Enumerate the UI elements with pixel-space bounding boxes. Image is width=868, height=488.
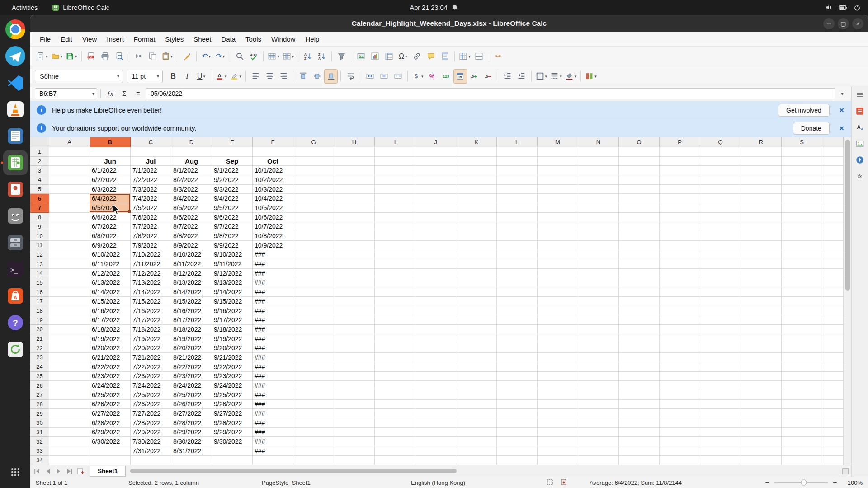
- row-header-25[interactable]: 25: [30, 372, 49, 381]
- column-header-S[interactable]: S: [782, 137, 822, 147]
- cell-B24[interactable]: 6/22/2022: [90, 362, 131, 372]
- cell-R2[interactable]: [741, 157, 782, 166]
- cell-M29[interactable]: [538, 409, 578, 418]
- cell-E16[interactable]: 9/14/2022: [212, 287, 253, 297]
- cell-H24[interactable]: [334, 362, 375, 372]
- cell-E14[interactable]: 9/12/2022: [212, 269, 253, 278]
- cell-O23[interactable]: [619, 353, 660, 362]
- cell-R24[interactable]: [741, 362, 782, 372]
- cell-N32[interactable]: [578, 437, 619, 446]
- cell-N24[interactable]: [578, 362, 619, 372]
- cell-Q14[interactable]: [700, 269, 741, 278]
- cell-O5[interactable]: [619, 185, 660, 194]
- cell-E18[interactable]: 9/16/2022: [212, 306, 253, 316]
- cell-M18[interactable]: [538, 306, 578, 316]
- cell-O15[interactable]: [619, 278, 660, 288]
- cell-F13[interactable]: ###: [253, 259, 293, 269]
- cell-E5[interactable]: 9/3/2022: [212, 185, 253, 194]
- cell-S25[interactable]: [782, 372, 822, 381]
- cell-F12[interactable]: ###: [253, 250, 293, 260]
- background-color-button[interactable]: ▾: [564, 69, 578, 84]
- menu-insert[interactable]: Insert: [102, 33, 129, 45]
- cell-M14[interactable]: [538, 269, 578, 278]
- cell-J25[interactable]: [415, 372, 456, 381]
- new-dropdown-icon[interactable]: ▾: [46, 54, 48, 59]
- insert-image-button[interactable]: [354, 49, 368, 64]
- column-header-H[interactable]: H: [334, 137, 375, 147]
- cell-M23[interactable]: [538, 353, 578, 362]
- cell-M34[interactable]: [538, 456, 578, 465]
- border-style-button[interactable]: ▾: [549, 69, 563, 84]
- cell-G5[interactable]: [293, 185, 334, 194]
- cell-G18[interactable]: [293, 306, 334, 316]
- cell-F28[interactable]: ###: [253, 400, 293, 409]
- cell-G28[interactable]: [293, 400, 334, 409]
- cell-O30[interactable]: [619, 418, 660, 428]
- cell-K21[interactable]: [456, 334, 497, 344]
- cell-E25[interactable]: 9/23/2022: [212, 372, 253, 381]
- cell-R32[interactable]: [741, 437, 782, 446]
- bold-button[interactable]: B: [166, 69, 180, 84]
- cell-B8[interactable]: 6/6/2022: [90, 213, 131, 222]
- cell-J26[interactable]: [415, 381, 456, 390]
- cell-D21[interactable]: 8/19/2022: [171, 334, 212, 344]
- cell-O13[interactable]: [619, 259, 660, 269]
- format-currency-button[interactable]: $▾: [410, 69, 425, 84]
- cell-E31[interactable]: 9/29/2022: [212, 428, 253, 437]
- cell-A29[interactable]: [49, 409, 90, 418]
- cell-C22[interactable]: 7/20/2022: [131, 343, 171, 353]
- cell-F24[interactable]: ###: [253, 362, 293, 372]
- cell-J5[interactable]: [415, 185, 456, 194]
- app-grid-icon[interactable]: [3, 460, 28, 484]
- column-header-G[interactable]: G: [293, 137, 334, 147]
- decrease-indent-button[interactable]: [515, 69, 528, 84]
- clone-formatting-button[interactable]: [180, 49, 193, 64]
- cell-C2[interactable]: Jul: [131, 157, 171, 166]
- cell-B22[interactable]: 6/20/2022: [90, 343, 131, 353]
- cell-G4[interactable]: [293, 175, 334, 185]
- cell-Q26[interactable]: [700, 381, 741, 390]
- zoom-out-button[interactable]: −: [763, 479, 771, 487]
- cell-G13[interactable]: [293, 259, 334, 269]
- cell-S31[interactable]: [782, 428, 822, 437]
- cell-F7[interactable]: 10/5/2022: [253, 203, 293, 213]
- cell-B27[interactable]: 6/25/2022: [90, 390, 131, 400]
- cell-M20[interactable]: [538, 325, 578, 334]
- cell-K34[interactable]: [456, 456, 497, 465]
- font-name-dropdown-icon[interactable]: ▾: [117, 74, 119, 79]
- delete-decimal-button[interactable]: .0: [481, 69, 495, 84]
- cell-H13[interactable]: [334, 259, 375, 269]
- cell-B30[interactable]: 6/28/2022: [90, 418, 131, 428]
- cell-A6[interactable]: [49, 194, 90, 203]
- cell-O22[interactable]: [619, 343, 660, 353]
- cell-O9[interactable]: [619, 222, 660, 232]
- cell-R25[interactable]: [741, 372, 782, 381]
- cell-A7[interactable]: [49, 203, 90, 213]
- cell-J2[interactable]: [415, 157, 456, 166]
- center-vertically-button[interactable]: [310, 69, 324, 84]
- cell-K25[interactable]: [456, 372, 497, 381]
- cell-C16[interactable]: 7/14/2022: [131, 287, 171, 297]
- cell-D32[interactable]: 8/30/2022: [171, 437, 212, 446]
- column-header-O[interactable]: O: [619, 137, 660, 147]
- cell-H18[interactable]: [334, 306, 375, 316]
- row-header-8[interactable]: 8: [30, 213, 49, 222]
- cell-P10[interactable]: [660, 231, 700, 241]
- cell-Q23[interactable]: [700, 353, 741, 362]
- cell-R31[interactable]: [741, 428, 782, 437]
- cell-P16[interactable]: [660, 287, 700, 297]
- cell-B20[interactable]: 6/18/2022: [90, 325, 131, 334]
- cell-N22[interactable]: [578, 343, 619, 353]
- row-header-21[interactable]: 21: [30, 334, 49, 344]
- cell-S23[interactable]: [782, 353, 822, 362]
- cell-Q3[interactable]: [700, 166, 741, 175]
- cell-G11[interactable]: [293, 241, 334, 250]
- cell-L8[interactable]: [497, 213, 538, 222]
- cell-S3[interactable]: [782, 166, 822, 175]
- cell-P1[interactable]: [660, 147, 700, 157]
- cell-P20[interactable]: [660, 325, 700, 334]
- cell-H4[interactable]: [334, 175, 375, 185]
- cell-I12[interactable]: [375, 250, 415, 260]
- row-dropdown-icon[interactable]: ▾: [277, 54, 279, 59]
- cell-R4[interactable]: [741, 175, 782, 185]
